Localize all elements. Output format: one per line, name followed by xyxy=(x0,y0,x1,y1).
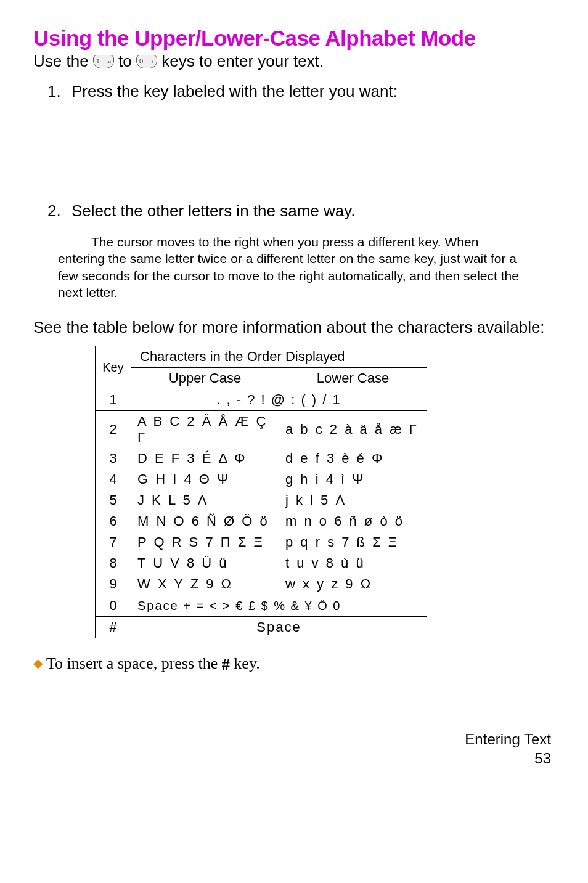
step-2: Select the other letters in the same way… xyxy=(65,201,551,221)
insert-prefix: To insert a space, press the xyxy=(46,654,222,672)
upper-cell: M N O 6 Ñ Ø Ö ö xyxy=(131,511,279,532)
key-cell: 0 xyxy=(96,595,131,617)
see-table-text: See the table below for more information… xyxy=(33,318,551,337)
upper-cell: G H I 4 Θ Ψ xyxy=(131,469,279,490)
table-row: 1 . , - ? ! @ : ( ) / 1 xyxy=(96,389,427,411)
lower-cell: w x y z 9 Ω xyxy=(279,574,427,595)
page-title: Using the Upper/Lower-Case Alphabet Mode xyxy=(33,26,551,51)
key-cell: 9 xyxy=(96,574,131,595)
table-row: # Space xyxy=(96,617,427,638)
key-cell: 1 xyxy=(96,389,131,411)
upper-cell: A B C 2 Ä Å Æ Ç Γ xyxy=(131,411,279,449)
header-key: Key xyxy=(96,346,131,389)
upper-cell: T U V 8 Ü ü xyxy=(131,553,279,574)
footer-page: 53 xyxy=(33,749,551,768)
char-table: Key Characters in the Order Displayed Up… xyxy=(95,346,427,638)
table-row: 9 W X Y Z 9 Ω w x y z 9 Ω xyxy=(96,574,427,595)
header-top: Characters in the Order Displayed xyxy=(131,346,427,368)
upper-cell: W X Y Z 9 Ω xyxy=(131,574,279,595)
key-0-icon: 0 + xyxy=(136,54,157,67)
lower-cell: j k l 5 Λ xyxy=(279,490,427,511)
key-1-icon: 1 ∞ xyxy=(93,54,114,67)
footer-section: Entering Text xyxy=(33,730,551,749)
step-gap xyxy=(33,112,551,201)
table-row: 2 A B C 2 Ä Å Æ Ç Γ a b c 2 à ä å æ Γ xyxy=(96,411,427,449)
header-upper: Upper Case xyxy=(131,368,279,389)
table-row: 3 D E F 3 É Δ Φ d e f 3 è é Φ xyxy=(96,448,427,469)
key-cell: # xyxy=(96,617,131,638)
insert-suffix: key. xyxy=(234,654,259,672)
intro-mid: to xyxy=(118,52,136,70)
header-lower: Lower Case xyxy=(279,368,427,389)
step-1: Press the key labeled with the letter yo… xyxy=(65,82,551,101)
table-row: 5 J K L 5 Λ j k l 5 Λ xyxy=(96,490,427,511)
page-footer: Entering Text 53 xyxy=(33,730,551,768)
insert-note: ◆ To insert a space, press the # key. xyxy=(33,654,551,674)
hash-icon: # xyxy=(222,656,230,674)
key-cell: 4 xyxy=(96,469,131,490)
steps-list: Press the key labeled with the letter yo… xyxy=(33,82,551,101)
table-row: 6 M N O 6 Ñ Ø Ö ö m n o 6 ñ ø ò ö xyxy=(96,511,427,532)
table-row: 7 P Q R S 7 Π Σ Ξ p q r s 7 ß Σ Ξ xyxy=(96,532,427,553)
table-row: 8 T U V 8 Ü ü t u v 8 ù ü xyxy=(96,553,427,574)
key-cell: 8 xyxy=(96,553,131,574)
chars-cell: Space + = < > € £ $ % & ¥ Ö 0 xyxy=(131,595,427,617)
lower-cell: p q r s 7 ß Σ Ξ xyxy=(279,532,427,553)
intro-prefix: Use the xyxy=(33,52,93,70)
key-cell: 6 xyxy=(96,511,131,532)
diamond-icon: ◆ xyxy=(33,656,43,670)
key-cell: 5 xyxy=(96,490,131,511)
upper-cell: J K L 5 Λ xyxy=(131,490,279,511)
char-table-wrap: Key Characters in the Order Displayed Up… xyxy=(95,346,551,638)
table-row: 0 Space + = < > € £ $ % & ¥ Ö 0 xyxy=(96,595,427,617)
steps-list-2: Select the other letters in the same way… xyxy=(33,201,551,221)
lower-cell: d e f 3 è é Φ xyxy=(279,448,427,469)
table-row: 4 G H I 4 Θ Ψ g h i 4 ì Ψ xyxy=(96,469,427,490)
cursor-note: The cursor moves to the right when you p… xyxy=(33,234,551,301)
intro-text: Use the 1 ∞ to 0 + keys to enter your te… xyxy=(33,52,551,71)
upper-cell: D E F 3 É Δ Φ xyxy=(131,448,279,469)
intro-suffix: keys to enter your text. xyxy=(161,52,324,70)
upper-cell: P Q R S 7 Π Σ Ξ xyxy=(131,532,279,553)
key-cell: 7 xyxy=(96,532,131,553)
lower-cell: t u v 8 ù ü xyxy=(279,553,427,574)
lower-cell: m n o 6 ñ ø ò ö xyxy=(279,511,427,532)
chars-cell: Space xyxy=(131,617,427,638)
key-cell: 2 xyxy=(96,411,131,449)
lower-cell: g h i 4 ì Ψ xyxy=(279,469,427,490)
lower-cell: a b c 2 à ä å æ Γ xyxy=(279,411,427,449)
chars-cell: . , - ? ! @ : ( ) / 1 xyxy=(131,389,427,411)
key-cell: 3 xyxy=(96,448,131,469)
